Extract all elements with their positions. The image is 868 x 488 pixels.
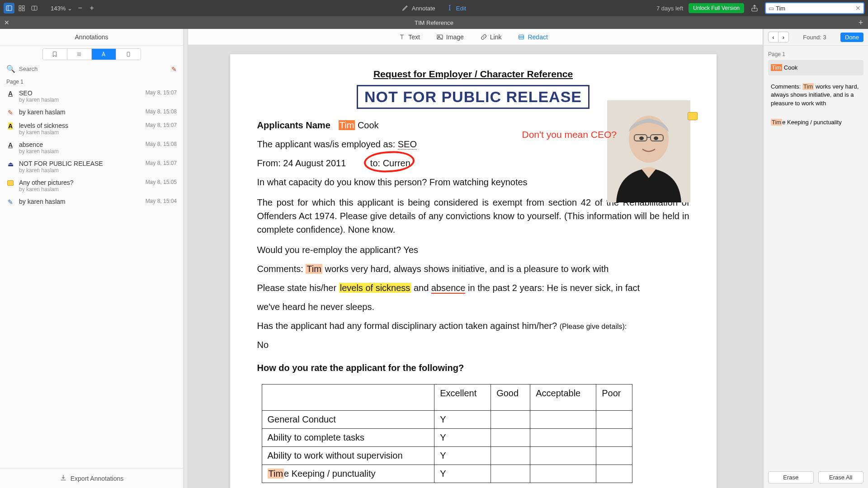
zoom-in-button[interactable]: + bbox=[88, 4, 96, 12]
filter-page-icon[interactable] bbox=[116, 49, 141, 60]
table-row: Ability to complete tasksY bbox=[262, 429, 632, 447]
search-done-button[interactable]: Done bbox=[840, 33, 863, 42]
annotations-search-input[interactable] bbox=[19, 66, 168, 72]
sidebar-resize-handle[interactable] bbox=[184, 29, 188, 488]
search-prev-button[interactable]: ‹ bbox=[769, 32, 778, 42]
annotation-title: SEO bbox=[19, 89, 141, 97]
table-row: General ConductY bbox=[262, 411, 632, 429]
annotation-item[interactable]: ⏏ NOT FOR PUBLIC RELEASEby karen haslam … bbox=[0, 157, 183, 176]
tool-link[interactable]: Link bbox=[480, 33, 502, 41]
search-result[interactable]: Time Keeping / punctuality bbox=[768, 115, 863, 130]
annotation-date: May 8, 15:04 bbox=[146, 198, 177, 206]
search-type-icon: ▭ bbox=[769, 5, 774, 12]
search-page-label: Page 1 bbox=[768, 51, 863, 57]
annotation-title: NOT FOR PUBLIC RELEASE bbox=[19, 160, 141, 167]
search-next-button[interactable]: › bbox=[778, 32, 788, 42]
svg-rect-13 bbox=[437, 35, 443, 39]
annotation-date: May 8, 15:07 bbox=[146, 160, 177, 174]
trial-remaining-label: 7 days left bbox=[656, 5, 683, 12]
annotation-type-icon: A bbox=[6, 122, 14, 130]
new-tab-button[interactable]: + bbox=[855, 17, 866, 28]
applicant-name-label: Applicants Name bbox=[257, 120, 330, 130]
annotation-author: by karen haslam bbox=[19, 129, 141, 136]
annotation-author: by karen haslam bbox=[19, 148, 141, 155]
annotation-item[interactable]: A SEOby karen haslam May 8, 15:07 bbox=[0, 87, 183, 106]
rating-table: ExcellentGoodAcceptablePoor General Cond… bbox=[262, 384, 632, 483]
document-tab-title[interactable]: TIM Reference bbox=[415, 19, 453, 26]
annotation-author: by karen haslam bbox=[19, 97, 141, 103]
zoom-dropdown[interactable]: 143%⌄ bbox=[51, 5, 72, 12]
annotation-date: May 8, 15:07 bbox=[146, 122, 177, 136]
doc-stamp: NOT FOR PUBLIC RELEASE bbox=[357, 85, 590, 109]
annotation-title: by karen haslam bbox=[19, 198, 141, 205]
svg-rect-0 bbox=[6, 6, 12, 11]
annotation-type-icon bbox=[6, 179, 14, 187]
annotations-panel-title: Annotations bbox=[0, 29, 183, 46]
highlighted-text: Tim bbox=[306, 264, 322, 274]
edit-mode-tab[interactable]: Edit bbox=[446, 4, 466, 13]
annotation-title: absence bbox=[19, 141, 141, 148]
svg-point-20 bbox=[639, 136, 644, 140]
svg-rect-4 bbox=[19, 9, 21, 11]
export-annotations-button[interactable]: Export Annotations bbox=[0, 468, 183, 488]
tool-text[interactable]: Text bbox=[398, 33, 420, 41]
annotation-date: May 8, 15:05 bbox=[146, 179, 177, 192]
annotation-type-icon: ⏏ bbox=[6, 160, 14, 168]
annotation-item[interactable]: ✎ by karen haslam May 8, 15:04 bbox=[0, 195, 183, 209]
highlighted-text: levels of sickness bbox=[339, 283, 411, 293]
clear-search-icon[interactable]: ✕ bbox=[855, 5, 861, 12]
chevron-down-icon: ⌄ bbox=[67, 5, 72, 12]
annotation-type-icon: ✎ bbox=[6, 108, 14, 117]
annotation-author: by karen haslam bbox=[19, 186, 141, 192]
view-sidebar-icon[interactable] bbox=[4, 3, 14, 14]
sticky-note-icon[interactable] bbox=[688, 112, 698, 120]
search-result[interactable]: Comments: Tim works very hard, always sh… bbox=[768, 79, 863, 111]
tool-redact[interactable]: Redact bbox=[518, 33, 547, 41]
search-result[interactable]: Tim Cook bbox=[768, 60, 863, 75]
annotation-author: by karen haslam bbox=[19, 167, 141, 174]
annotation-item[interactable]: Any other pictures?by karen haslam May 8… bbox=[0, 176, 183, 195]
rating-heading: How do you rate the applicant for the fo… bbox=[257, 363, 689, 373]
red-annotation-text: Don't you mean CEO? bbox=[522, 129, 617, 140]
table-row: Time Keeping / punctualityY bbox=[262, 465, 632, 483]
annotation-title: levels of sickness bbox=[19, 122, 141, 129]
annotate-mode-tab[interactable]: Annotate bbox=[402, 4, 435, 13]
search-box[interactable]: ▭ ✕ bbox=[765, 2, 864, 14]
zoom-out-button[interactable]: − bbox=[76, 4, 84, 12]
annotation-item[interactable]: A levels of sicknessby karen haslam May … bbox=[0, 119, 183, 138]
erase-all-button[interactable]: Erase All bbox=[818, 471, 864, 483]
svg-rect-2 bbox=[19, 6, 21, 8]
close-tab-button[interactable]: ✕ bbox=[3, 19, 11, 27]
unlock-full-version-button[interactable]: Unlock Full Version bbox=[689, 3, 744, 13]
share-icon[interactable] bbox=[750, 3, 760, 13]
svg-rect-5 bbox=[22, 9, 24, 11]
filter-bookmark-icon[interactable] bbox=[43, 49, 67, 60]
annotation-item[interactable]: ✎ by karen haslam May 8, 15:08 bbox=[0, 106, 183, 119]
search-found-label: Found: 3 bbox=[792, 34, 838, 41]
document-page[interactable]: Request for Employer / Character Referen… bbox=[230, 54, 717, 488]
search-input[interactable] bbox=[776, 5, 855, 12]
filter-list-icon[interactable] bbox=[67, 49, 92, 60]
annotation-type-icon: A bbox=[6, 89, 14, 98]
pencil-icon bbox=[402, 4, 409, 13]
view-split-icon[interactable] bbox=[29, 3, 40, 14]
erase-button[interactable]: Erase bbox=[768, 471, 814, 483]
svg-point-21 bbox=[654, 136, 658, 140]
search-icon: 🔍 bbox=[6, 65, 15, 73]
reemploy-text: Would you re-employ the applicant? Yes bbox=[257, 243, 689, 257]
tool-image[interactable]: Image bbox=[436, 33, 464, 41]
view-thumbnails-icon[interactable] bbox=[16, 3, 27, 14]
svg-rect-3 bbox=[22, 6, 24, 8]
highlighted-text: Tim bbox=[339, 120, 355, 130]
filter-annotations-icon[interactable] bbox=[92, 49, 116, 60]
annotation-date: May 8, 15:08 bbox=[146, 141, 177, 155]
annotation-item[interactable]: A absenceby karen haslam May 8, 15:08 bbox=[0, 138, 183, 157]
underlined-text: absence bbox=[431, 283, 466, 294]
export-icon bbox=[60, 474, 67, 483]
annotation-title: by karen haslam bbox=[19, 108, 141, 116]
annotation-type-icon: A bbox=[6, 141, 14, 149]
annotation-date: May 8, 15:08 bbox=[146, 108, 177, 117]
text-cursor-icon bbox=[446, 4, 453, 13]
svg-rect-15 bbox=[519, 35, 524, 39]
edit-annotations-icon[interactable]: ✎ bbox=[171, 66, 177, 73]
